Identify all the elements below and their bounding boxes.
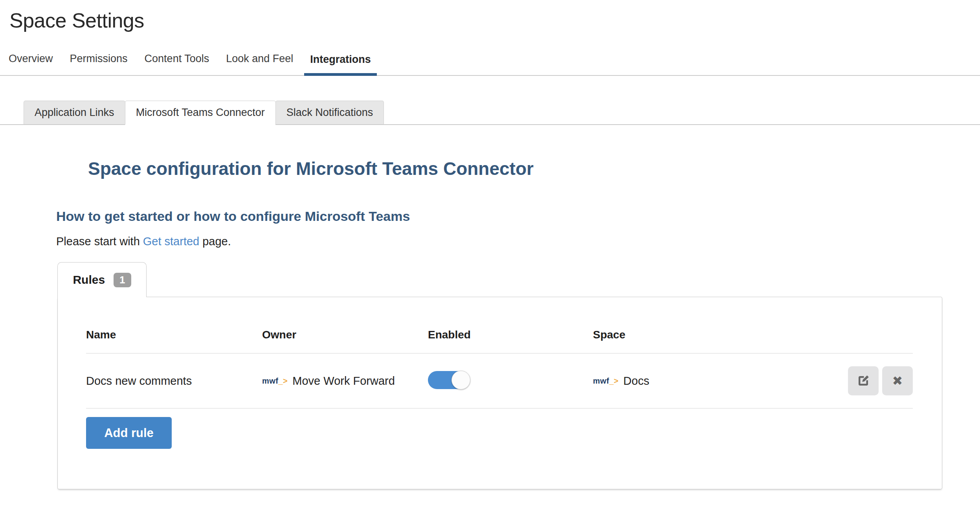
intro-suffix: page. [202,235,231,248]
main-tabs-bar: Overview Permissions Content Tools Look … [0,53,980,76]
delete-rule-button[interactable]: ✖ [882,366,913,395]
tab-integrations[interactable]: Integrations [304,53,377,76]
header-space: Space [593,329,846,341]
header-name: Name [86,329,262,341]
integration-tabs-bar: Application Links Microsoft Teams Connec… [0,101,980,125]
config-heading: Space configuration for Microsoft Teams … [88,158,534,179]
howto-heading: How to get started or how to configure M… [56,209,410,224]
add-rule-button[interactable]: Add rule [86,417,172,449]
rules-panel: Name Owner Enabled Space Docs new commen… [57,297,942,489]
edit-icon [856,374,870,388]
rules-table-header: Name Owner Enabled Space [86,329,913,354]
intro-prefix: Please start with [56,235,140,248]
rules-count-badge: 1 [114,273,131,287]
rules-section: Rules 1 Name Owner Enabled Space Docs ne… [57,262,942,489]
rule-owner: Move Work Forward [292,375,395,388]
rule-row: Docs new comments mwf_> Move Work Forwar… [86,354,913,409]
mwf-logo: mwf_> [262,377,288,386]
intro-text: Please start withGet startedpage. [56,235,231,248]
mwf-logo: mwf_> [593,377,618,386]
tab-permissions[interactable]: Permissions [64,53,134,75]
tab-application-links[interactable]: Application Links [24,101,125,125]
get-started-link[interactable]: Get started [143,235,199,248]
tab-microsoft-teams-connector[interactable]: Microsoft Teams Connector [125,101,276,125]
edit-rule-button[interactable] [848,366,879,395]
tab-overview[interactable]: Overview [3,53,59,75]
rule-space: Docs [623,375,649,388]
enabled-toggle[interactable] [428,371,470,389]
page-title: Space Settings [9,9,144,32]
rule-name: Docs new comments [86,375,192,387]
header-enabled: Enabled [428,329,593,341]
tab-content-tools[interactable]: Content Tools [139,53,215,75]
header-owner: Owner [262,329,428,341]
rules-tab-label: Rules [73,273,105,287]
tab-look-and-feel[interactable]: Look and Feel [220,53,299,75]
toggle-knob [451,371,470,389]
close-icon: ✖ [892,373,903,388]
tab-rules[interactable]: Rules 1 [57,262,147,297]
tab-slack-notifications[interactable]: Slack Notifications [275,101,384,125]
